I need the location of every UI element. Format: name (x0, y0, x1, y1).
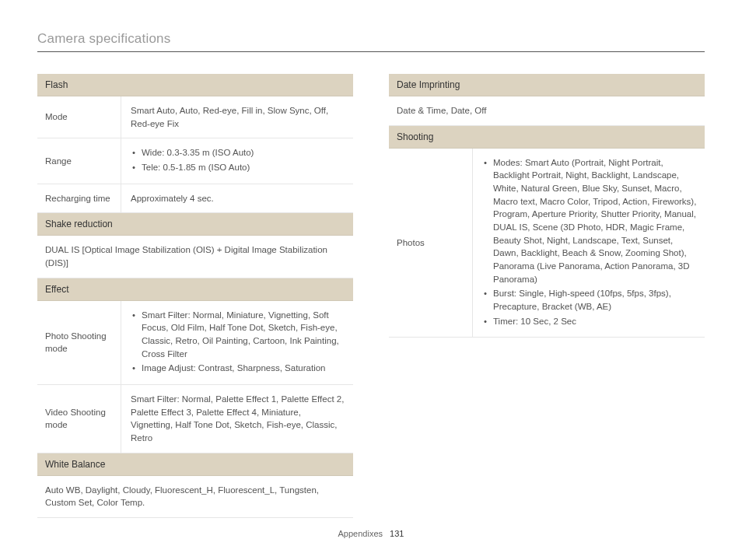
header-date-imprinting: Date Imprinting (389, 74, 705, 96)
row-flash-range: Range Wide: 0.3-3.35 m (ISO Auto) Tele: … (37, 138, 353, 184)
value-photos: Modes: Smart Auto (Portrait, Night Portr… (473, 149, 705, 338)
value-flash-range: Wide: 0.3-3.35 m (ISO Auto) Tele: 0.5-1.… (121, 138, 353, 183)
value-shake: DUAL IS [Optical Image Stabilization (OI… (37, 236, 353, 278)
value-flash-mode: Smart Auto, Auto, Red-eye, Fill in, Slow… (121, 96, 353, 138)
header-flash: Flash (37, 74, 353, 96)
row-photo-mode: Photo Shooting mode Smart Filter: Normal… (37, 301, 353, 385)
right-column: Date Imprinting Date & Time, Date, Off S… (389, 74, 705, 518)
header-shooting: Shooting (389, 126, 705, 149)
row-photos: Photos Modes: Smart Auto (Portrait, Nigh… (389, 149, 705, 338)
value-date-imprinting: Date & Time, Date, Off (389, 96, 705, 126)
photo-mode-smart-filter: Smart Filter: Normal, Miniature, Vignett… (131, 309, 345, 361)
photo-mode-image-adjust: Image Adjust: Contrast, Sharpness, Satur… (131, 362, 345, 375)
content-columns: Flash Mode Smart Auto, Auto, Red-eye, Fi… (37, 74, 705, 518)
label-photo-mode: Photo Shooting mode (37, 301, 121, 384)
photos-burst: Burst: Single, High-speed (10fps, 5fps, … (482, 287, 697, 313)
left-column: Flash Mode Smart Auto, Auto, Red-eye, Fi… (37, 74, 353, 518)
row-flash-mode: Mode Smart Auto, Auto, Red-eye, Fill in,… (37, 96, 353, 138)
header-effect: Effect (37, 278, 353, 301)
range-wide: Wide: 0.3-3.35 m (ISO Auto) (131, 146, 345, 159)
page-number: 131 (390, 529, 404, 538)
header-white-balance: White Balance (37, 453, 353, 476)
photos-modes: Modes: Smart Auto (Portrait, Night Portr… (482, 156, 697, 286)
photos-timer: Timer: 10 Sec, 2 Sec (482, 315, 697, 328)
row-recharge: Recharging time Approximately 4 sec. (37, 184, 353, 214)
label-photos: Photos (389, 149, 473, 338)
value-recharge: Approximately 4 sec. (121, 184, 353, 213)
footer-label: Appendixes (338, 529, 383, 538)
header-shake: Shake reduction (37, 213, 353, 236)
page-footer: Appendixes 131 (0, 529, 742, 538)
label-flash-mode: Mode (37, 96, 121, 138)
range-tele: Tele: 0.5-1.85 m (ISO Auto) (131, 161, 345, 174)
label-video-mode: Video Shooting mode (37, 385, 121, 453)
row-video-mode: Video Shooting mode Smart Filter: Normal… (37, 385, 353, 453)
label-flash-range: Range (37, 138, 121, 183)
value-photo-mode: Smart Filter: Normal, Miniature, Vignett… (121, 301, 353, 384)
page-title: Camera specifications (37, 31, 705, 52)
label-recharge: Recharging time (37, 184, 121, 213)
value-video-mode: Smart Filter: Normal, Palette Effect 1, … (121, 385, 353, 453)
value-white-balance: Auto WB, Daylight, Cloudy, Fluorescent_H… (37, 476, 353, 518)
